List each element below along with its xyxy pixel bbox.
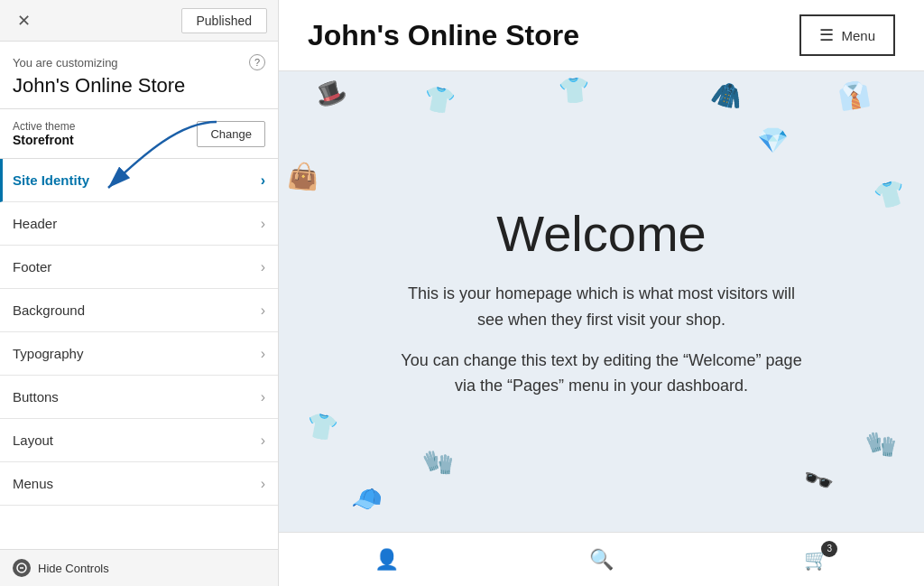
deco-tshirt: 👕 <box>303 409 339 444</box>
sidebar: ✕ Published You are customizing ? John's… <box>0 0 279 586</box>
hero-sub: You can change this text by editing the … <box>401 348 801 400</box>
deco-hand: 🧤 <box>864 429 899 461</box>
help-icon[interactable]: ? <box>249 54 265 70</box>
nav-item-site-identity[interactable]: Site Identity› <box>0 159 278 202</box>
active-theme-section: Active theme Storefront Change <box>0 109 278 159</box>
nav-item-chevron-buttons: › <box>261 389 265 405</box>
store-title: John's Online Store <box>308 19 579 52</box>
active-theme-label: Active theme <box>13 120 75 133</box>
nav-item-chevron-footer: › <box>261 259 265 275</box>
hero-welcome-text: Welcome <box>496 204 706 263</box>
nav-item-chevron-site-identity: › <box>261 172 265 189</box>
cart-icon[interactable]: 🛒 3 <box>804 548 828 572</box>
change-theme-button[interactable]: Change <box>197 121 265 147</box>
nav-item-label-buttons: Buttons <box>13 389 59 405</box>
hero-desc1: This is your homepage which is what most… <box>408 281 795 333</box>
customizing-section: You are customizing ? John's Online Stor… <box>0 42 278 109</box>
deco-shirt2: 👕 <box>558 75 592 107</box>
nav-item-layout[interactable]: Layout› <box>0 419 278 462</box>
nav-item-chevron-header: › <box>261 216 265 232</box>
deco-shirt3: 👔 <box>836 78 872 113</box>
nav-list: Site Identity›Header›Footer›Background›T… <box>0 159 278 549</box>
cart-badge: 3 <box>821 541 837 557</box>
customizing-label-text: You are customizing <box>13 56 118 70</box>
nav-item-header[interactable]: Header› <box>0 202 278 246</box>
nav-item-label-typography: Typography <box>13 346 83 361</box>
store-header: John's Online Store ☰ Menu <box>279 0 924 71</box>
nav-item-typography[interactable]: Typography› <box>0 332 278 376</box>
main-content: John's Online Store ☰ Menu 🎩 👕 👕 🧥 👔 👜 👕… <box>279 0 924 586</box>
deco-shirt4: 👕 <box>871 176 909 213</box>
nav-item-label-site-identity: Site Identity <box>13 172 89 188</box>
search-icon[interactable]: 🔍 <box>589 548 614 572</box>
menu-button[interactable]: ☰ Menu <box>799 14 895 56</box>
nav-item-chevron-menus: › <box>261 476 265 492</box>
hide-controls-bar[interactable]: Hide Controls <box>0 549 278 586</box>
sidebar-topbar: ✕ Published <box>0 0 278 42</box>
store-bottom-bar: 👤 🔍 🛒 3 <box>279 532 924 586</box>
store-name-heading: John's Online Store <box>13 74 265 98</box>
deco-jacket: 🧥 <box>708 77 746 114</box>
nav-item-chevron-typography: › <box>261 346 265 362</box>
nav-item-menus[interactable]: Menus› <box>0 462 278 506</box>
deco-glove: 🧤 <box>421 446 457 480</box>
deco-shirt1: 👕 <box>420 82 457 117</box>
user-icon[interactable]: 👤 <box>374 548 399 572</box>
nav-item-background[interactable]: Background› <box>0 289 278 332</box>
deco-bag: 👜 <box>287 161 321 193</box>
nav-item-label-footer: Footer <box>13 259 51 274</box>
hamburger-icon: ☰ <box>819 25 834 45</box>
active-theme-name: Storefront <box>13 133 75 147</box>
nav-item-buttons[interactable]: Buttons› <box>0 376 278 419</box>
deco-cap: 🧢 <box>351 484 383 514</box>
nav-item-label-menus: Menus <box>13 476 53 491</box>
hide-controls-label: Hide Controls <box>38 562 109 575</box>
nav-item-label-header: Header <box>13 216 57 231</box>
deco-hat: 🎩 <box>310 74 350 113</box>
published-button[interactable]: Published <box>181 8 268 33</box>
close-button[interactable]: ✕ <box>11 8 36 33</box>
hide-controls-icon <box>13 559 31 577</box>
menu-button-label: Menu <box>841 28 875 43</box>
nav-item-label-layout: Layout <box>13 433 53 448</box>
nav-item-chevron-layout: › <box>261 433 265 449</box>
nav-item-chevron-background: › <box>261 302 265 319</box>
hero-section: 🎩 👕 👕 🧥 👔 👜 👕 👕 🧤 🕶️ 🧤 🧢 💎 Welcome This … <box>279 71 924 532</box>
deco-sunglasses: 🕶️ <box>798 461 837 500</box>
deco-gem: 💎 <box>757 126 789 155</box>
nav-item-label-background: Background <box>13 302 85 318</box>
nav-item-footer[interactable]: Footer› <box>0 246 278 289</box>
